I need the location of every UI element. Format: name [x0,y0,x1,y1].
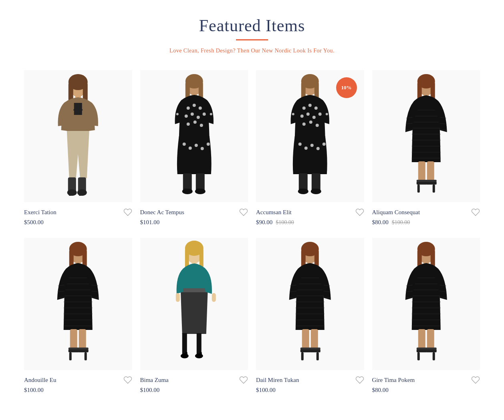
svg-point-24 [186,123,190,126]
svg-point-26 [200,124,203,127]
svg-point-28 [188,147,192,150]
svg-rect-36 [183,189,186,193]
product-name: Dail Miren Tukan [256,377,299,384]
svg-rect-123 [78,348,89,350]
svg-point-63 [298,189,308,194]
product-card-2[interactable]: Donec Ac Tempus $101.00 [140,70,248,226]
svg-rect-191 [426,348,436,350]
product-image-7 [256,238,364,370]
svg-rect-158 [300,349,311,352]
svg-point-53 [309,121,312,124]
svg-point-35 [182,189,192,194]
svg-point-58 [317,147,320,150]
product-card-3[interactable]: 10% [256,70,364,226]
section-divider [236,39,268,40]
product-card-8[interactable]: Gire Tima Pokem $80.00 [372,238,480,394]
svg-rect-187 [417,352,419,360]
product-name: Aliquam Consequat [372,209,420,216]
price-original: $100.00 [392,219,410,225]
svg-rect-133 [185,352,187,358]
price-current: $100.00 [256,387,276,393]
wishlist-button[interactable] [355,376,364,384]
wishlist-button[interactable] [123,376,132,384]
svg-point-46 [308,104,312,107]
svg-point-56 [304,147,308,150]
svg-point-30 [200,147,204,150]
svg-rect-120 [78,349,89,352]
product-image-4 [372,70,480,202]
svg-rect-130 [175,293,179,302]
wishlist-button[interactable] [123,208,132,217]
svg-rect-159 [301,352,304,360]
svg-point-31 [206,143,210,146]
price-current: $90.00 [256,219,272,225]
svg-rect-88 [418,161,425,182]
svg-point-49 [306,113,310,116]
product-info: Dail Miren Tukan [256,376,364,384]
product-info: Bima Zuma [140,376,248,384]
svg-rect-184 [418,329,425,350]
product-image-8 [372,238,480,370]
product-info: Donec Ac Tempus [140,208,248,217]
wishlist-button[interactable] [239,376,248,384]
svg-rect-186 [416,349,427,352]
svg-point-17 [186,107,190,110]
product-card-5[interactable]: Andouille Eu $100.00 [24,238,132,394]
svg-point-20 [184,115,187,118]
wishlist-button[interactable] [471,376,480,384]
price-current: $80.00 [372,387,389,393]
svg-point-10 [77,189,87,196]
wishlist-button[interactable] [471,208,480,217]
svg-point-51 [319,113,322,116]
svg-point-59 [323,143,326,146]
svg-point-23 [202,113,206,116]
svg-point-45 [302,107,306,110]
product-price: $101.00 [140,219,248,226]
section-header: Featured Items Love Clean, Fresh Design?… [24,16,480,54]
product-image-1 [24,70,132,202]
svg-rect-89 [427,161,434,182]
svg-rect-121 [85,352,87,360]
section-title: Featured Items [24,16,480,35]
product-price: $100.00 [140,387,248,394]
svg-rect-91 [417,185,419,193]
page-container: Featured Items Love Clean, Fresh Design?… [0,0,504,410]
product-info: Accumsan Elit [256,208,364,217]
svg-rect-135 [200,352,202,358]
product-price: $500.00 [24,219,132,226]
product-name: Gire Tima Pokem [372,377,415,384]
wishlist-button[interactable] [355,208,364,217]
svg-rect-117 [79,329,86,350]
svg-rect-157 [311,329,318,350]
svg-point-66 [311,189,321,194]
svg-point-27 [182,143,185,146]
svg-point-22 [196,116,200,119]
svg-point-38 [195,189,205,194]
svg-point-60 [292,113,294,115]
product-price: $80.00$100.00 [372,219,480,226]
svg-point-48 [300,115,304,118]
discount-badge: 10% [336,77,357,98]
product-image-3: 10% [256,70,364,202]
section-subtitle: Love Clean, Fresh Design? Then Our New N… [24,48,480,54]
price-current: $100.00 [24,387,44,393]
svg-rect-131 [212,293,216,302]
svg-rect-188 [426,349,436,352]
product-price: $80.00 [372,387,480,394]
price-current: $80.00 [372,219,389,225]
product-info: Andouille Eu [24,376,132,384]
product-card-6[interactable]: Bima Zuma $100.00 [140,238,248,394]
svg-rect-163 [310,348,321,350]
product-name: Exerci Tation [24,209,56,216]
svg-rect-119 [69,352,72,360]
product-card-7[interactable]: Dail Miren Tukan $100.00 [256,238,364,394]
price-current: $500.00 [24,219,44,225]
svg-rect-64 [300,189,302,193]
svg-rect-11 [79,190,81,196]
product-card-1[interactable]: Exerci Tation $500.00 [24,70,132,226]
product-card-4[interactable]: Aliquam Consequat $80.00$100.00 [372,70,480,226]
svg-point-33 [210,113,212,115]
svg-rect-8 [69,190,71,196]
svg-point-50 [312,116,316,119]
wishlist-button[interactable] [239,208,248,217]
